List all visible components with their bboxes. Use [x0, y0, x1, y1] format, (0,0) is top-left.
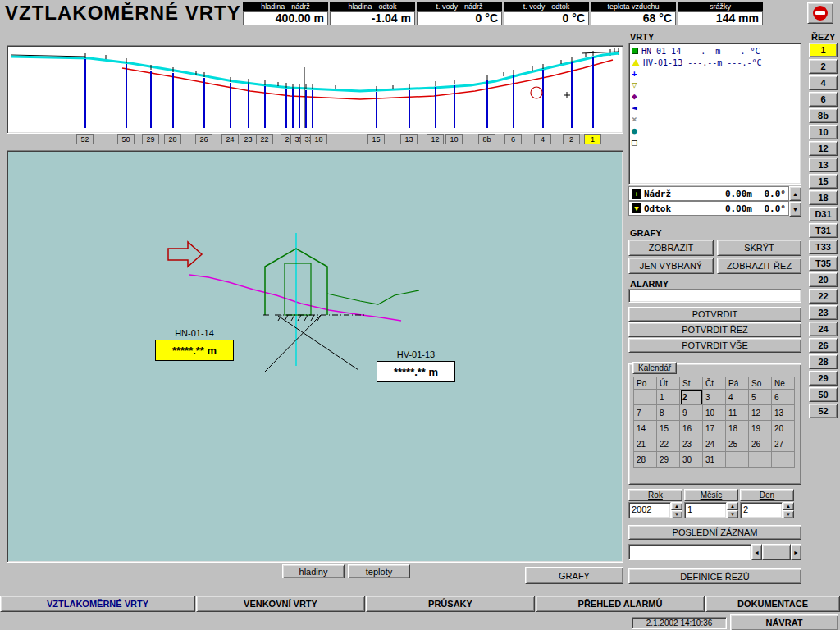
section-label-4[interactable]: 4 [534, 134, 551, 144]
calendar-cell[interactable] [772, 452, 795, 468]
calendar-cell-selected[interactable]: 2 [680, 390, 703, 405]
scroll-down-button[interactable]: ▼ [789, 202, 801, 217]
mesic-down-button[interactable]: ▼ [727, 510, 738, 518]
grafy-button[interactable]: GRAFY [525, 567, 623, 584]
den-value[interactable]: 2 [740, 502, 783, 518]
calendar-cell[interactable]: 26 [749, 436, 772, 452]
rez-button-d31[interactable]: D31 [809, 207, 838, 221]
zobrazit-rez-button[interactable]: ZOBRAZIT ŘEZ [717, 258, 801, 274]
hladiny-button[interactable]: hladiny [282, 564, 345, 578]
calendar-cell[interactable]: 23 [680, 436, 703, 452]
rez-button-24[interactable]: 24 [809, 322, 838, 336]
rez-button-26[interactable]: 26 [809, 338, 838, 353]
potvrdit-vse-button[interactable]: POTVRDIT VŠE [628, 338, 801, 353]
calendar-cell[interactable]: 31 [703, 452, 726, 468]
calendar-cell[interactable]: 25 [726, 436, 749, 452]
summary-odtok[interactable]: ▼ Odtok 0.00m 0.0° [628, 201, 789, 216]
calendar-cell[interactable]: 29 [657, 452, 680, 468]
calendar-cell[interactable]: 10 [703, 405, 726, 421]
calendar-cell[interactable]: 20 [772, 421, 795, 436]
calendar-cell[interactable]: 21 [634, 436, 657, 452]
vrty-listbox[interactable]: HN-01-14 ---.--m ---.-°C HV-01-13 ---.--… [628, 43, 801, 185]
section-label-2[interactable]: 2 [563, 134, 580, 144]
jen-vybrany-button[interactable]: JEN VYBRANÝ [628, 258, 714, 274]
scroll-left-button[interactable]: ◄ [751, 544, 762, 560]
rez-button-4[interactable]: 4 [809, 75, 838, 90]
rok-value[interactable]: 2002 [628, 502, 671, 518]
calendar-cell[interactable]: 19 [749, 421, 772, 436]
calendar-cell[interactable]: 7 [634, 405, 657, 421]
nav-tab-dokumentace[interactable]: DOKUMENTACE [705, 596, 840, 612]
teploty-button[interactable]: teploty [348, 564, 410, 578]
rez-button-23[interactable]: 23 [809, 305, 838, 320]
den-up-button[interactable]: ▲ [783, 502, 794, 510]
record-input[interactable] [628, 544, 751, 560]
nav-tab-prehled-alarmu[interactable]: PŘEHLED ALARMŮ [536, 596, 705, 612]
calendar-cell[interactable] [634, 390, 657, 405]
rez-button-29[interactable]: 29 [809, 371, 838, 386]
alarm-input[interactable] [628, 289, 801, 303]
rez-button-6[interactable]: 6 [809, 92, 838, 107]
calendar-cell[interactable]: 12 [749, 405, 772, 421]
posledni-zaznam-button[interactable]: POSLEDNÍ ZÁZNAM [628, 525, 801, 540]
rez-button-t33[interactable]: T33 [809, 240, 838, 254]
calendar-cell[interactable]: 16 [680, 421, 703, 436]
rez-button-28[interactable]: 28 [809, 354, 838, 369]
section-label-26[interactable]: 26 [195, 134, 212, 144]
rez-button-t35[interactable]: T35 [809, 256, 838, 271]
skryt-button[interactable]: SKRÝT [717, 240, 801, 256]
navrat-button[interactable]: NÁVRAT [730, 614, 838, 630]
section-label-18[interactable]: 18 [310, 134, 327, 144]
section-label-1[interactable]: 1 [584, 134, 601, 144]
vrty-item-hn-01-14[interactable]: HN-01-14 ---.--m ---.-°C [629, 45, 801, 57]
vrty-item-hv-01-13[interactable]: HV-01-13 ---.--m ---.-°C [629, 57, 801, 68]
rez-button-12[interactable]: 12 [809, 141, 838, 156]
potvrdit-rez-button[interactable]: POTVRDIT ŘEZ [628, 322, 801, 337]
rez-button-52[interactable]: 52 [809, 404, 838, 418]
nav-tab-vztlakomerne-vrty[interactable]: VZTLAKOMĚRNÉ VRTY [0, 596, 195, 612]
calendar-cell[interactable]: 15 [657, 421, 680, 436]
summary-nadrz[interactable]: + Nádrž 0.00m 0.0° [628, 186, 789, 201]
section-label-13[interactable]: 13 [400, 134, 418, 144]
section-label-23[interactable]: 23 [240, 134, 257, 144]
calendar-cell[interactable] [749, 452, 772, 468]
mesic-up-button[interactable]: ▲ [727, 502, 738, 510]
calendar-cell[interactable]: 11 [726, 405, 749, 421]
calendar-cell[interactable]: 5 [749, 390, 772, 405]
calendar-cell[interactable]: 4 [726, 390, 749, 405]
rok-down-button[interactable]: ▼ [671, 510, 682, 518]
section-label-15[interactable]: 15 [368, 134, 385, 144]
well-hv-01-13[interactable]: HV-01-13 *****.** m [377, 349, 455, 382]
calendar-cell[interactable]: 27 [772, 436, 795, 452]
calendar-cell[interactable]: 3 [703, 390, 726, 405]
rez-button-1[interactable]: 1 [809, 43, 838, 57]
rez-button-20[interactable]: 20 [809, 272, 838, 287]
rez-button-2[interactable]: 2 [809, 59, 838, 74]
well-hn-01-14[interactable]: HN-01-14 *****.** m [155, 328, 234, 361]
nav-tab-prusaky[interactable]: PRŮSAKY [366, 596, 535, 612]
calendar-cell[interactable]: 22 [657, 436, 680, 452]
nav-tab-venkovni-vrty[interactable]: VENKOVNÍ VRTY [196, 596, 365, 612]
calendar-cell[interactable]: 24 [703, 436, 726, 452]
scroll-right-button[interactable]: ► [791, 544, 801, 560]
calendar-cell[interactable]: 14 [634, 421, 657, 436]
calendar-tab[interactable]: Kalendář [632, 362, 677, 374]
rez-button-15[interactable]: 15 [809, 174, 838, 189]
alarm-horn-button[interactable] [807, 2, 833, 24]
section-label-8b[interactable]: 8b [478, 134, 495, 144]
rez-button-13[interactable]: 13 [809, 158, 838, 172]
section-label-22[interactable]: 22 [256, 134, 273, 144]
rez-button-22[interactable]: 22 [809, 289, 838, 304]
calendar-cell[interactable]: 30 [680, 452, 703, 468]
calendar-cell[interactable]: 9 [680, 405, 703, 421]
rez-button-t31[interactable]: T31 [809, 223, 838, 238]
calendar-cell[interactable]: 1 [657, 390, 680, 405]
rok-up-button[interactable]: ▲ [671, 502, 682, 510]
section-label-12[interactable]: 12 [427, 134, 444, 144]
calendar-cell[interactable]: 13 [772, 405, 795, 421]
scroll-thumb[interactable] [762, 544, 791, 560]
calendar-cell[interactable]: 28 [634, 452, 657, 468]
rez-button-10[interactable]: 10 [809, 125, 838, 139]
section-label-6[interactable]: 6 [504, 134, 522, 144]
rez-button-18[interactable]: 18 [809, 190, 838, 205]
